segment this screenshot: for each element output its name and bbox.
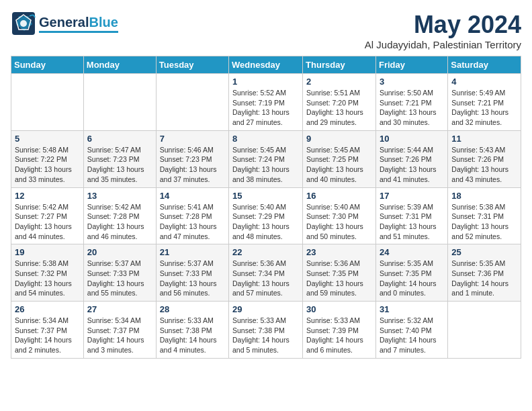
calendar-cell: 6Sunrise: 5:47 AM Sunset: 7:23 PM Daylig… [83, 130, 156, 187]
calendar-cell: 19Sunrise: 5:38 AM Sunset: 7:32 PM Dayli… [11, 244, 84, 302]
weekday-header-friday: Friday [375, 56, 447, 74]
day-info: Sunrise: 5:34 AM Sunset: 7:37 PM Dayligh… [15, 316, 80, 355]
day-number: 31 [380, 304, 444, 314]
day-info: Sunrise: 5:42 AM Sunset: 7:27 PM Dayligh… [15, 202, 80, 242]
day-number: 18 [451, 191, 517, 201]
day-info: Sunrise: 5:43 AM Sunset: 7:26 PM Dayligh… [451, 145, 517, 185]
calendar-cell: 30Sunrise: 5:33 AM Sunset: 7:39 PM Dayli… [303, 302, 376, 359]
weekday-header-saturday: Saturday [448, 56, 521, 74]
title-area: May 2024 Al Judayyidah, Palestinian Terr… [365, 11, 521, 50]
calendar-week-4: 19Sunrise: 5:38 AM Sunset: 7:32 PM Dayli… [11, 244, 521, 302]
day-number: 1 [232, 77, 299, 87]
day-number: 17 [380, 191, 444, 201]
calendar-cell: 14Sunrise: 5:41 AM Sunset: 7:28 PM Dayli… [156, 187, 228, 244]
calendar-cell [11, 74, 84, 131]
day-info: Sunrise: 5:38 AM Sunset: 7:31 PM Dayligh… [451, 202, 517, 242]
calendar-cell: 29Sunrise: 5:33 AM Sunset: 7:38 PM Dayli… [229, 302, 303, 359]
month-year-title: May 2024 [365, 11, 521, 39]
weekday-header-monday: Monday [83, 56, 156, 74]
calendar-cell: 21Sunrise: 5:37 AM Sunset: 7:33 PM Dayli… [156, 244, 228, 302]
weekday-header-sunday: Sunday [11, 56, 84, 74]
day-number: 27 [87, 304, 152, 314]
day-number: 6 [87, 134, 152, 144]
calendar-cell: 23Sunrise: 5:36 AM Sunset: 7:35 PM Dayli… [303, 244, 376, 302]
calendar-cell: 16Sunrise: 5:40 AM Sunset: 7:30 PM Dayli… [303, 187, 376, 244]
calendar-cell: 15Sunrise: 5:40 AM Sunset: 7:29 PM Dayli… [229, 187, 303, 244]
day-number: 11 [451, 134, 517, 144]
day-number: 29 [232, 304, 299, 314]
calendar-cell: 18Sunrise: 5:38 AM Sunset: 7:31 PM Dayli… [448, 187, 521, 244]
day-number: 4 [451, 77, 517, 87]
calendar-cell: 13Sunrise: 5:42 AM Sunset: 7:28 PM Dayli… [83, 187, 156, 244]
calendar-cell: 26Sunrise: 5:34 AM Sunset: 7:37 PM Dayli… [11, 302, 84, 359]
calendar-cell [156, 74, 228, 131]
calendar-week-2: 5Sunrise: 5:48 AM Sunset: 7:22 PM Daylig… [11, 130, 521, 187]
day-number: 9 [306, 134, 372, 144]
calendar-cell: 2Sunrise: 5:51 AM Sunset: 7:20 PM Daylig… [303, 74, 376, 131]
calendar-cell: 27Sunrise: 5:34 AM Sunset: 7:37 PM Dayli… [83, 302, 156, 359]
day-number: 13 [87, 191, 152, 201]
day-info: Sunrise: 5:51 AM Sunset: 7:20 PM Dayligh… [306, 88, 372, 128]
calendar-table: SundayMondayTuesdayWednesdayThursdayFrid… [11, 56, 521, 359]
calendar-cell: 3Sunrise: 5:50 AM Sunset: 7:21 PM Daylig… [375, 74, 447, 131]
weekday-header-wednesday: Wednesday [229, 56, 303, 74]
day-info: Sunrise: 5:41 AM Sunset: 7:28 PM Dayligh… [160, 202, 225, 242]
day-info: Sunrise: 5:39 AM Sunset: 7:31 PM Dayligh… [380, 202, 444, 242]
calendar-cell: 4Sunrise: 5:49 AM Sunset: 7:21 PM Daylig… [448, 74, 521, 131]
day-info: Sunrise: 5:36 AM Sunset: 7:34 PM Dayligh… [232, 259, 299, 298]
day-number: 25 [451, 247, 517, 257]
logo-icon [11, 11, 36, 36]
calendar-cell: 11Sunrise: 5:43 AM Sunset: 7:26 PM Dayli… [448, 130, 521, 187]
day-number: 2 [306, 77, 372, 87]
calendar-cell [448, 302, 521, 359]
calendar-cell: 1Sunrise: 5:52 AM Sunset: 7:19 PM Daylig… [229, 74, 303, 131]
day-number: 22 [232, 247, 299, 257]
day-number: 30 [306, 304, 372, 314]
weekday-header-tuesday: Tuesday [156, 56, 228, 74]
day-number: 5 [15, 134, 80, 144]
day-info: Sunrise: 5:40 AM Sunset: 7:30 PM Dayligh… [306, 202, 372, 242]
day-info: Sunrise: 5:44 AM Sunset: 7:26 PM Dayligh… [380, 145, 444, 185]
day-info: Sunrise: 5:49 AM Sunset: 7:21 PM Dayligh… [451, 88, 517, 128]
day-number: 3 [380, 77, 444, 87]
day-number: 8 [232, 134, 299, 144]
day-number: 19 [15, 247, 80, 257]
day-number: 10 [380, 134, 444, 144]
calendar-cell: 25Sunrise: 5:35 AM Sunset: 7:36 PM Dayli… [448, 244, 521, 302]
calendar-cell: 9Sunrise: 5:45 AM Sunset: 7:25 PM Daylig… [303, 130, 376, 187]
day-info: Sunrise: 5:36 AM Sunset: 7:35 PM Dayligh… [306, 259, 372, 298]
location-subtitle: Al Judayyidah, Palestinian Territory [365, 39, 521, 50]
logo-general: General [39, 15, 89, 30]
day-info: Sunrise: 5:37 AM Sunset: 7:33 PM Dayligh… [160, 259, 225, 298]
day-info: Sunrise: 5:47 AM Sunset: 7:23 PM Dayligh… [87, 145, 152, 185]
day-number: 14 [160, 191, 225, 201]
day-number: 23 [306, 247, 372, 257]
day-info: Sunrise: 5:42 AM Sunset: 7:28 PM Dayligh… [87, 202, 152, 242]
day-info: Sunrise: 5:32 AM Sunset: 7:40 PM Dayligh… [380, 316, 444, 355]
day-info: Sunrise: 5:35 AM Sunset: 7:35 PM Dayligh… [380, 259, 444, 298]
day-number: 26 [15, 304, 80, 314]
day-number: 7 [160, 134, 225, 144]
day-number: 15 [232, 191, 299, 201]
calendar-cell: 24Sunrise: 5:35 AM Sunset: 7:35 PM Dayli… [375, 244, 447, 302]
day-info: Sunrise: 5:35 AM Sunset: 7:36 PM Dayligh… [451, 259, 517, 298]
day-info: Sunrise: 5:48 AM Sunset: 7:22 PM Dayligh… [15, 145, 80, 185]
calendar-cell: 5Sunrise: 5:48 AM Sunset: 7:22 PM Daylig… [11, 130, 84, 187]
day-number: 21 [160, 247, 225, 257]
day-info: Sunrise: 5:34 AM Sunset: 7:37 PM Dayligh… [87, 316, 152, 355]
calendar-week-3: 12Sunrise: 5:42 AM Sunset: 7:27 PM Dayli… [11, 187, 521, 244]
calendar-cell: 17Sunrise: 5:39 AM Sunset: 7:31 PM Dayli… [375, 187, 447, 244]
day-number: 12 [15, 191, 80, 201]
calendar-week-1: 1Sunrise: 5:52 AM Sunset: 7:19 PM Daylig… [11, 74, 521, 131]
calendar-header-row: SundayMondayTuesdayWednesdayThursdayFrid… [11, 56, 521, 74]
calendar-cell: 7Sunrise: 5:46 AM Sunset: 7:23 PM Daylig… [156, 130, 228, 187]
day-number: 16 [306, 191, 372, 201]
weekday-header-thursday: Thursday [303, 56, 376, 74]
calendar-cell: 22Sunrise: 5:36 AM Sunset: 7:34 PM Dayli… [229, 244, 303, 302]
page-header: GeneralBlue May 2024 Al Judayyidah, Pale… [11, 11, 521, 50]
day-info: Sunrise: 5:33 AM Sunset: 7:38 PM Dayligh… [160, 316, 225, 355]
day-info: Sunrise: 5:46 AM Sunset: 7:23 PM Dayligh… [160, 145, 225, 185]
svg-point-3 [20, 20, 27, 27]
calendar-cell: 8Sunrise: 5:45 AM Sunset: 7:24 PM Daylig… [229, 130, 303, 187]
day-info: Sunrise: 5:33 AM Sunset: 7:38 PM Dayligh… [232, 316, 299, 355]
